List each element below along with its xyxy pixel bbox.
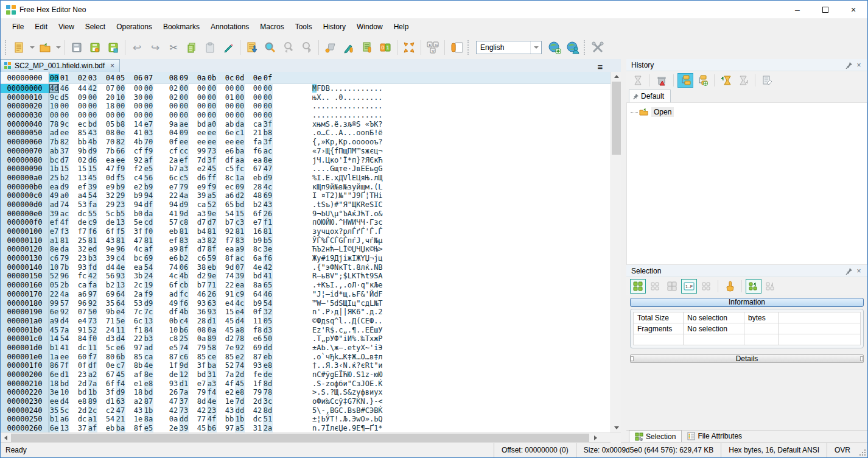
hex-byte[interactable]: 5c [60, 406, 69, 415]
hex-byte[interactable]: 15 [60, 164, 69, 174]
hex-byte[interactable]: ca [253, 120, 262, 129]
hex-byte[interactable]: a6 [77, 290, 87, 299]
hex-byte[interactable]: cc [179, 147, 189, 156]
hex-byte[interactable]: d6 [197, 174, 206, 183]
ascii-text[interactable]: .о…C..A...ооnБ!ё [312, 129, 383, 138]
menu-edit[interactable]: Edit [29, 20, 53, 33]
hex-byte[interactable]: 0a [197, 334, 206, 344]
hex-byte[interactable]: a9 [235, 245, 245, 254]
hex-byte[interactable]: 92 [235, 344, 245, 353]
hex-byte[interactable]: 0f [169, 138, 178, 147]
hex-byte[interactable]: c4 [116, 254, 125, 263]
hex-byte[interactable]: 6f [105, 227, 115, 236]
hex-byte[interactable]: 00 [179, 84, 189, 93]
hex-byte[interactable]: 02 [169, 84, 178, 93]
hex-byte[interactable]: 52 [207, 200, 217, 210]
hex-byte[interactable]: 43 [133, 406, 143, 415]
hex-byte[interactable]: e6 [225, 147, 234, 156]
hex-byte[interactable]: 74 [225, 272, 234, 281]
hex-byte[interactable]: 15 [77, 164, 87, 174]
hex-byte[interactable]: a3 [207, 379, 217, 389]
hex-byte[interactable]: dd [235, 406, 245, 415]
hex-byte[interactable]: 00 [60, 102, 69, 111]
hex-byte[interactable]: ee [197, 138, 206, 147]
hex-byte[interactable]: ba [116, 424, 125, 432]
ascii-text[interactable]: .Ѕ-zoфби"СзЈOE.Ќ [312, 379, 383, 389]
show-history-tree-button[interactable] [677, 73, 693, 88]
hex-byte[interactable]: ab [225, 120, 234, 129]
hex-byte[interactable]: b9 [253, 299, 262, 308]
hex-byte[interactable]: 00 [197, 102, 206, 111]
hex-byte[interactable]: a3 [179, 164, 189, 174]
hex-byte[interactable]: b3 [88, 254, 97, 263]
hex-byte[interactable]: 00 [197, 93, 206, 102]
document-tab[interactable]: SC2_MP_001.hfield.win.bdf × [1, 59, 120, 72]
hex-byte[interactable]: c5 [179, 174, 189, 183]
hex-byte[interactable]: 00 [116, 111, 125, 120]
hex-byte[interactable]: 0f [253, 308, 262, 317]
hex-byte[interactable]: ec [77, 120, 87, 129]
hex-byte[interactable]: 00 [144, 102, 153, 111]
hex-byte[interactable]: cb [179, 281, 189, 290]
hex-byte[interactable]: 9d [225, 263, 234, 272]
hex-byte[interactable]: 02 [169, 93, 178, 102]
hex-byte[interactable]: b6 [179, 326, 189, 335]
hex-byte[interactable]: eb [105, 424, 115, 432]
hex-byte[interactable]: ea [235, 281, 245, 290]
hex-byte[interactable]: e6 [253, 334, 262, 344]
hex-byte[interactable]: c9 [235, 290, 245, 299]
hex-byte[interactable]: 45 [225, 326, 234, 335]
undo-button[interactable]: ↩ [128, 39, 146, 56]
hex-byte[interactable]: 8d [197, 397, 206, 406]
hex-byte[interactable]: 87 [253, 353, 262, 362]
hex-byte[interactable]: e1 [133, 379, 143, 389]
hex-byte[interactable]: 00 [116, 84, 125, 93]
hex-byte[interactable]: bc [133, 254, 143, 263]
hex-byte[interactable]: 7b [49, 138, 59, 147]
hex-byte[interactable]: 81 [88, 236, 97, 245]
hex-byte[interactable]: 16 [253, 227, 262, 236]
hex-byte[interactable]: d4 [60, 317, 69, 326]
hex-byte[interactable]: 4e [116, 263, 125, 272]
hex-byte[interactable]: 81 [60, 236, 69, 245]
hex-byte[interactable]: 09 [179, 129, 189, 138]
hex-byte[interactable]: 00 [253, 111, 262, 120]
hex-byte[interactable]: 69 [105, 290, 115, 299]
full-screen-button[interactable] [400, 39, 418, 56]
hex-byte[interactable]: 93 [169, 379, 178, 389]
hex-byte[interactable]: 00 [133, 102, 143, 111]
hex-byte[interactable]: 74 [235, 361, 245, 370]
hex-byte[interactable]: a6 [60, 415, 69, 424]
hex-byte[interactable]: dd [263, 344, 273, 353]
hex-byte[interactable]: 00 [263, 102, 273, 111]
hex-byte[interactable]: ee [60, 353, 69, 362]
hex-byte[interactable]: cf [169, 147, 178, 156]
hex-byte[interactable]: 74 [169, 263, 178, 272]
hex-byte[interactable]: 1f [253, 379, 262, 389]
hex-byte[interactable]: 26 [169, 388, 178, 397]
hex-byte[interactable]: 21 [253, 129, 262, 138]
hex-byte[interactable]: f5 [116, 227, 125, 236]
hex-byte[interactable]: 69 [253, 344, 262, 353]
hex-byte[interactable]: 1f [169, 361, 178, 370]
hex-byte[interactable]: f4 [207, 388, 217, 397]
hex-byte[interactable]: 81 [235, 227, 245, 236]
new-file-button[interactable] [10, 39, 28, 56]
hex-byte[interactable]: 4f [207, 415, 217, 424]
ascii-text[interactable]: †..Я.З‹N.ќ?єRt"и [312, 361, 383, 370]
hex-byte[interactable]: 70 [144, 138, 153, 147]
hex-byte[interactable]: 3b [133, 272, 143, 281]
hex-byte[interactable]: 23 [207, 406, 217, 415]
hex-byte[interactable]: 97 [88, 290, 97, 299]
hex-byte[interactable]: 00 [179, 111, 189, 120]
hex-byte[interactable]: b2 [253, 200, 262, 210]
hex-byte[interactable]: 9c [60, 120, 69, 129]
hex-byte[interactable]: 2a [133, 290, 143, 299]
hex-byte[interactable]: 58 [207, 344, 217, 353]
hex-byte[interactable]: 00 [179, 102, 189, 111]
hex-byte[interactable]: 73 [207, 147, 217, 156]
hex-byte[interactable]: f7 [77, 227, 87, 236]
hex-byte[interactable]: 57 [169, 218, 178, 227]
hex-byte[interactable]: a9 [49, 317, 59, 326]
hex-byte[interactable]: 6e [49, 424, 59, 432]
